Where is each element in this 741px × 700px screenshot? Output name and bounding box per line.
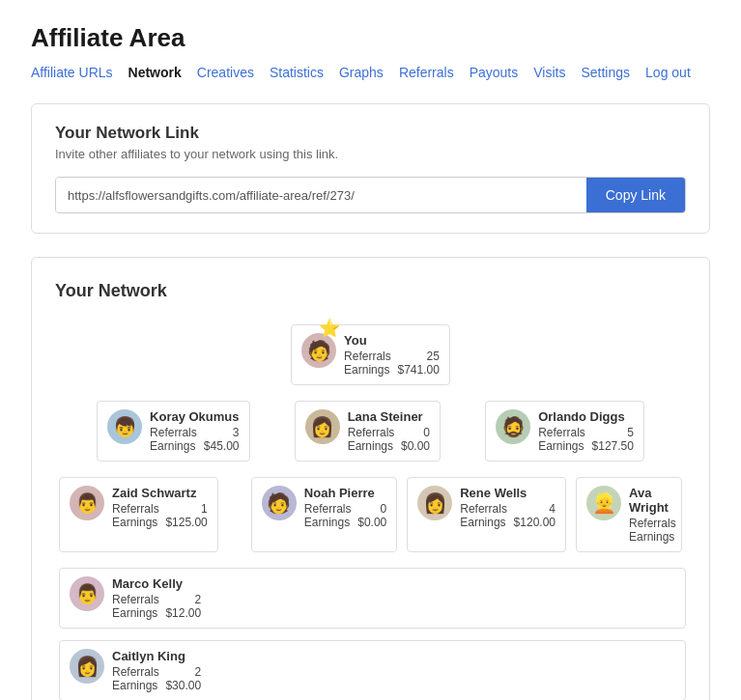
caitlyn-name: Caitlyn King (112, 649, 201, 663)
koray-referrals: Referrals 3 (150, 426, 239, 439)
row-level-1: 👦 Koray Okumus Referrals 3 Earnings $45.… (55, 401, 686, 462)
you-name: You (344, 333, 440, 348)
network-link-title: Your Network Link (55, 124, 686, 143)
marco-earnings: Earnings $12.00 (112, 606, 201, 620)
koray-earnings: Earnings $45.00 (150, 439, 239, 453)
row2-left: 👨 Zaid Schwartz Referrals 1 Earnings $12… (59, 477, 218, 552)
noah-earnings: Earnings $0.00 (304, 516, 386, 529)
lana-earnings: Earnings $0.00 (348, 439, 430, 453)
nav-statistics[interactable]: Statistics (270, 65, 324, 80)
rene-earnings: Earnings $120.00 (460, 516, 556, 529)
row-level-0: ⭐ 🧑 You Referrals 25 Earnings $741.00 (55, 324, 686, 385)
zaid-name: Zaid Schwartz (112, 486, 208, 500)
rene-referrals: Referrals 4 (460, 502, 556, 516)
caitlyn-info: Caitlyn King Referrals 2 Earnings $30.00 (112, 649, 201, 692)
zaid-referrals: Referrals 1 (112, 502, 208, 516)
ava-earnings: Earnings $ (629, 530, 682, 544)
node-caitlyn: 👩 Caitlyn King Referrals 2 Earnings $30.… (59, 640, 686, 700)
lana-avatar: 👩 (305, 409, 340, 444)
you-referrals: Referrals 25 (344, 350, 440, 363)
koray-info: Koray Okumus Referrals 3 Earnings $45.00 (150, 409, 239, 453)
ava-avatar: 👱 (586, 486, 621, 520)
ava-referrals: Referrals (629, 517, 682, 530)
zaid-avatar: 👨 (70, 486, 104, 520)
network-link-card: Your Network Link Invite other affiliate… (31, 103, 710, 234)
nav-visits[interactable]: Visits (533, 65, 565, 80)
rene-name: Rene Wells (460, 486, 556, 500)
main-nav: Affiliate URLs Network Creatives Statist… (31, 65, 710, 80)
row2-right: 🧑 Noah Pierre Referrals 0 Earnings $0.00 (251, 477, 682, 552)
ava-name: Ava Wright (629, 486, 682, 515)
ava-info: Ava Wright Referrals Earnings $ (629, 486, 682, 544)
row-level-2: 👨 Zaid Schwartz Referrals 1 Earnings $12… (55, 477, 686, 552)
caitlyn-avatar: 👩 (70, 649, 104, 684)
orlando-referrals: Referrals 5 (538, 426, 634, 439)
copy-link-button[interactable]: Copy Link (586, 178, 685, 212)
node-zaid: 👨 Zaid Schwartz Referrals 1 Earnings $12… (59, 477, 218, 552)
you-earnings: Earnings $741.00 (344, 363, 440, 377)
lana-info: Lana Steiner Referrals 0 Earnings $0.00 (348, 409, 430, 453)
you-node: ⭐ 🧑 You Referrals 25 Earnings $741.00 (291, 324, 450, 385)
lana-name: Lana Steiner (348, 409, 430, 424)
marco-info: Marco Kelly Referrals 2 Earnings $12.00 (112, 576, 201, 620)
marco-avatar: 👨 (70, 576, 104, 611)
nav-referrals[interactable]: Referrals (399, 65, 454, 80)
nav-settings[interactable]: Settings (581, 65, 630, 80)
node-lana: 👩 Lana Steiner Referrals 0 Earnings $0.0… (295, 401, 441, 462)
nav-affiliate-urls[interactable]: Affiliate URLs (31, 65, 113, 80)
node-marco: 👨 Marco Kelly Referrals 2 Earnings $12.0… (59, 568, 686, 629)
you-info: You Referrals 25 Earnings $741.00 (344, 333, 440, 377)
network-layout: ⭐ 🧑 You Referrals 25 Earnings $741.00 (55, 324, 686, 700)
network-link-input[interactable] (56, 178, 586, 212)
node-koray: 👦 Koray Okumus Referrals 3 Earnings $45.… (97, 401, 249, 462)
noah-avatar: 🧑 (262, 486, 297, 520)
marco-name: Marco Kelly (112, 576, 201, 591)
noah-name: Noah Pierre (304, 486, 386, 500)
rene-info: Rene Wells Referrals 4 Earnings $120.00 (460, 486, 556, 529)
node-noah: 🧑 Noah Pierre Referrals 0 Earnings $0.00 (251, 477, 397, 552)
noah-info: Noah Pierre Referrals 0 Earnings $0.00 (304, 486, 386, 529)
network-link-subtitle: Invite other affiliates to your network … (55, 147, 686, 161)
marco-referrals: Referrals 2 (112, 593, 201, 606)
nav-logout[interactable]: Log out (645, 65, 691, 80)
nav-network[interactable]: Network (128, 65, 182, 80)
nav-payouts[interactable]: Payouts (470, 65, 519, 80)
zaid-info: Zaid Schwartz Referrals 1 Earnings $125.… (112, 486, 208, 529)
page-title: Affiliate Area (31, 23, 710, 53)
row-level-3: 👨 Marco Kelly Referrals 2 Earnings $12.0… (55, 568, 686, 700)
your-network-title: Your Network (55, 281, 686, 301)
nav-creatives[interactable]: Creatives (197, 65, 254, 80)
caitlyn-referrals: Referrals 2 (112, 665, 201, 679)
node-orlando: 🧔 Orlando Diggs Referrals 5 Earnings $12… (485, 401, 644, 462)
noah-referrals: Referrals 0 (304, 502, 386, 516)
orlando-name: Orlando Diggs (538, 409, 634, 424)
caitlyn-earnings: Earnings $30.00 (112, 679, 201, 692)
link-row: Copy Link (55, 177, 686, 213)
zaid-earnings: Earnings $125.00 (112, 516, 208, 529)
nav-graphs[interactable]: Graphs (339, 65, 384, 80)
koray-avatar: 👦 (107, 409, 142, 444)
rene-avatar: 👩 (417, 486, 452, 520)
star-badge: ⭐ (319, 318, 340, 339)
orlando-earnings: Earnings $127.50 (538, 439, 634, 453)
koray-name: Koray Okumus (150, 409, 239, 424)
node-ava: 👱 Ava Wright Referrals Earnings $ (576, 477, 682, 552)
orlando-info: Orlando Diggs Referrals 5 Earnings $127.… (538, 409, 634, 453)
lana-referrals: Referrals 0 (348, 426, 430, 439)
orlando-avatar: 🧔 (496, 409, 530, 444)
node-rene: 👩 Rene Wells Referrals 4 Earnings $120.0… (407, 477, 566, 552)
your-network-card: Your Network ⭐ 🧑 You Referrals 25 Earnin… (31, 257, 710, 700)
